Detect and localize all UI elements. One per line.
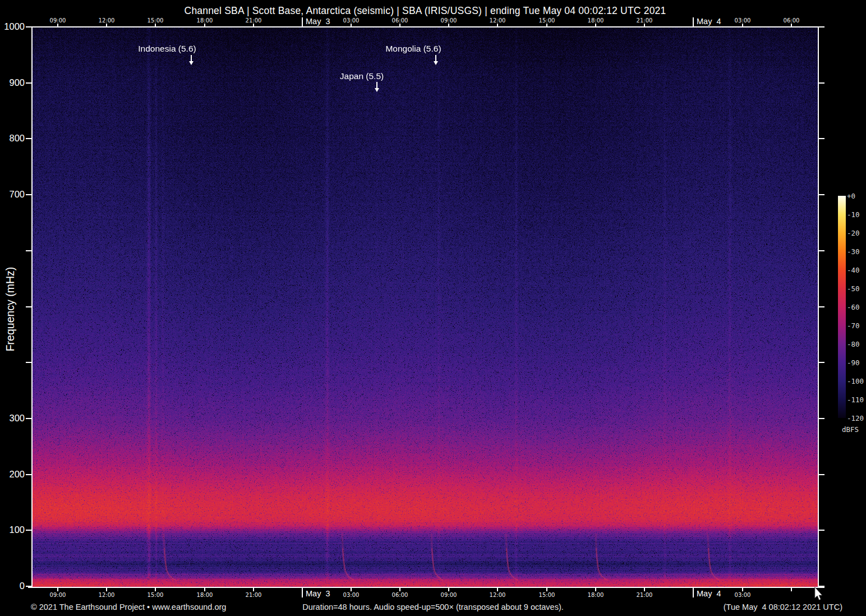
x-tick — [253, 588, 254, 591]
x-tick — [106, 588, 107, 591]
x-tick-label: 12:00 — [490, 592, 506, 598]
y-tick-label: 1000 — [0, 21, 25, 32]
x-tick — [448, 588, 449, 591]
x-tick-label: 21:00 — [637, 592, 653, 598]
colorbar-gradient — [838, 196, 846, 418]
plot-border-top — [28, 26, 824, 27]
x-tick — [644, 24, 645, 27]
x-tick — [204, 24, 205, 27]
y-axis-title: Frequency (mHz) — [4, 169, 19, 449]
x-tick — [595, 24, 596, 27]
x-tick — [351, 24, 352, 27]
x-tick — [155, 588, 156, 591]
x-tick — [448, 24, 449, 27]
y-tick-right — [819, 194, 824, 195]
y-tick — [26, 530, 31, 531]
y-tick-label: 800 — [0, 133, 25, 144]
colorbar-tick-label: -50 — [847, 284, 860, 293]
x-tick-label: 15:00 — [539, 17, 555, 24]
plot-border-left — [31, 26, 33, 588]
y-tick-right — [819, 362, 824, 363]
y-tick-right — [819, 474, 824, 475]
y-tick — [26, 250, 31, 251]
event-label: Japan (5.5) — [340, 71, 384, 81]
x-tick-label: 18:00 — [197, 592, 213, 598]
x-tick — [742, 588, 743, 591]
x-tick-label: 06:00 — [392, 592, 408, 598]
colorbar-unit-label: dBFS — [838, 425, 863, 434]
x-tick — [253, 24, 254, 27]
x-tick — [351, 588, 352, 591]
footer-render-time: (Tue May 4 08:02:12 2021 UTC) — [724, 603, 842, 612]
x-tick — [546, 588, 547, 591]
day-tick — [302, 588, 303, 597]
x-tick — [791, 588, 792, 591]
colorbar-tick-label: -70 — [847, 321, 860, 330]
x-tick-label: 03:00 — [735, 17, 751, 24]
x-tick — [155, 24, 156, 27]
x-tick — [595, 588, 596, 591]
x-tick-label: 18:00 — [588, 592, 604, 598]
day-tick — [693, 17, 694, 27]
day-tick-label: May 4 — [697, 17, 721, 26]
y-tick-label: 0 — [0, 581, 25, 591]
x-tick-label: 18:00 — [197, 17, 213, 24]
y-tick-label: 100 — [0, 525, 25, 535]
colorbar-tick-label: -110 — [847, 396, 864, 404]
x-tick — [57, 588, 58, 591]
event-label: Mongolia (5.6) — [385, 44, 441, 54]
event-arrow — [435, 55, 436, 61]
y-tick — [26, 26, 31, 27]
x-tick — [644, 588, 645, 591]
x-tick — [399, 24, 400, 27]
x-tick — [742, 24, 743, 27]
y-tick-right — [819, 418, 824, 419]
y-tick — [26, 138, 31, 139]
colorbar-tick-label: -40 — [847, 266, 860, 274]
x-tick-label: 03:00 — [343, 17, 360, 24]
day-tick — [693, 588, 694, 597]
x-tick — [497, 24, 498, 27]
x-tick-label: 18:00 — [588, 17, 604, 24]
x-tick-label: 09:00 — [50, 592, 66, 598]
y-tick-label: 200 — [0, 469, 25, 480]
plot-border-bottom — [28, 587, 824, 588]
x-tick-label: 06:00 — [784, 17, 800, 24]
y-tick — [26, 306, 31, 307]
day-tick-label: May 4 — [697, 589, 721, 598]
y-tick — [26, 418, 31, 419]
x-tick — [57, 24, 58, 27]
x-tick-label: 21:00 — [246, 592, 262, 598]
y-tick-label: 900 — [0, 77, 25, 88]
x-tick-label: 21:00 — [246, 17, 262, 24]
event-arrow — [376, 82, 377, 88]
x-tick-label: 15:00 — [148, 17, 164, 24]
x-tick — [399, 588, 400, 591]
y-tick — [26, 82, 31, 84]
colorbar-tick-label: -120 — [847, 414, 864, 422]
colorbar-tick-label: -10 — [847, 210, 860, 219]
colorbar-tick-label: -80 — [847, 340, 860, 348]
y-tick-right — [819, 138, 824, 139]
colorbar-tick-label: -100 — [847, 377, 864, 385]
x-tick-label: 12:00 — [99, 592, 115, 598]
event-arrow-head — [189, 61, 194, 65]
x-tick — [546, 24, 547, 27]
colorbar-tick-label: -60 — [847, 303, 860, 311]
x-tick-label: 21:00 — [637, 17, 653, 24]
x-tick-label: 03:00 — [735, 592, 751, 598]
colorbar-tick-label: -90 — [847, 358, 860, 367]
x-tick — [497, 588, 498, 591]
x-tick-label: 06:00 — [392, 17, 408, 24]
day-tick — [302, 17, 303, 27]
spectrogram-canvas[interactable] — [33, 27, 818, 587]
event-arrow-head — [375, 88, 379, 92]
x-tick — [106, 24, 107, 27]
mouse-cursor — [814, 587, 824, 601]
page-title: Channel SBA | Scott Base, Antarctica (se… — [0, 5, 850, 17]
x-tick-label: 09:00 — [441, 17, 457, 24]
y-tick — [26, 586, 31, 587]
day-tick-label: May 3 — [306, 17, 330, 26]
y-tick — [26, 194, 31, 195]
x-tick — [204, 588, 205, 591]
